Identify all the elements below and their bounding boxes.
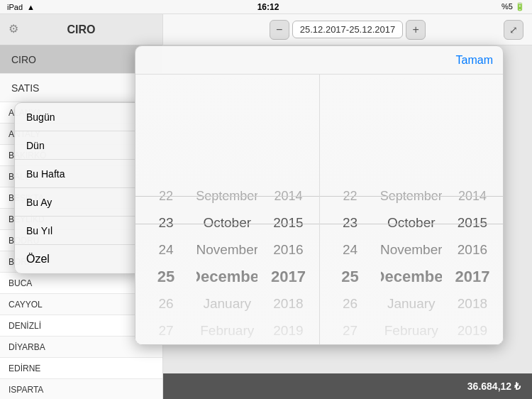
sidebar-title: CIRO <box>67 23 96 36</box>
picker-item[interactable]: 25 <box>135 263 196 290</box>
context-menu-item-bu-ay[interactable]: Bu Ay <box>15 188 141 217</box>
picker-item[interactable]: 23 <box>135 209 196 236</box>
picker-item[interactable]: 22 <box>320 182 381 209</box>
picker-item[interactable]: 2019 <box>442 317 503 344</box>
context-menu-item-bugun[interactable]: Bugün <box>15 103 141 131</box>
row-name: EDİRNE <box>9 364 40 373</box>
picker-item[interactable]: December <box>196 263 257 290</box>
content-area: − 25.12.2017-25.12.2017 + ⤢ 36.684,12 ₺ … <box>163 14 532 399</box>
wifi-icon: ▲ <box>27 3 35 11</box>
expand-icon: ⤢ <box>509 24 518 35</box>
picker-item[interactable]: February <box>381 317 442 344</box>
calendar-end: 22232425262728 SeptemberOctoberNovemberD… <box>320 75 504 344</box>
gear-icon[interactable]: ⚙ <box>9 22 24 38</box>
calendar-pickers-end: 22232425262728 SeptemberOctoberNovemberD… <box>320 75 504 344</box>
row-name: ISPARTA <box>9 385 43 395</box>
date-range-label: 25.12.2017-25.12.2017 <box>292 21 403 38</box>
picker-item[interactable]: 2015 <box>442 209 503 236</box>
picker-item[interactable]: 26 <box>135 290 196 317</box>
picker-item[interactable]: 2014 <box>257 182 318 209</box>
picker-item[interactable]: February <box>196 317 257 344</box>
month-picker-end[interactable]: SeptemberOctoberNovemberDecemberJanuaryF… <box>381 75 442 344</box>
picker-item[interactable]: 22 <box>135 182 196 209</box>
calendar-pickers-start: 22232425262728 SeptemberOctoberNovemberD… <box>135 75 319 344</box>
year-picker-start[interactable]: 2014201520162017201820192020 <box>257 75 318 344</box>
status-time: 16:12 <box>257 2 279 12</box>
picker-item[interactable]: December <box>381 263 442 290</box>
picker-item[interactable]: 2016 <box>442 236 503 263</box>
picker-item[interactable]: 27 <box>320 317 381 344</box>
row-name: CAYYOL <box>9 300 43 310</box>
dual-calendar: 22232425262728 SeptemberOctoberNovemberD… <box>135 75 503 344</box>
picker-item[interactable]: October <box>196 209 257 236</box>
date-next-button[interactable]: + <box>406 20 426 40</box>
calendar-container: Tamam 22232425262728 SeptemberOctoberNov… <box>135 45 504 345</box>
status-bar: iPad ▲ 16:12 %5 🔋 <box>0 0 532 14</box>
context-menu-item-ozel[interactable]: Özel <box>15 245 141 273</box>
picker-item[interactable]: 2018 <box>442 290 503 317</box>
context-menu-item-dun[interactable]: Dün <box>15 131 141 160</box>
ipad-label: iPad <box>7 3 23 11</box>
picker-item[interactable]: 2017 <box>442 263 503 290</box>
content-footer: 36.684,12 ₺ <box>163 373 532 399</box>
context-menu-item-bu-yil[interactable]: Bu Yıl <box>15 217 141 245</box>
status-battery: %5 🔋 <box>501 2 525 11</box>
main-layout: ⚙ CIRO CIRO SATIS ALANYA ANTALY BAKIRKÖ … <box>0 14 532 399</box>
top-bar: − 25.12.2017-25.12.2017 + ⤢ <box>163 14 532 45</box>
picker-item[interactable]: October <box>381 209 442 236</box>
year-picker-end[interactable]: 2014201520162017201820192020 <box>442 75 503 344</box>
sidebar-header: ⚙ CIRO <box>0 14 162 45</box>
picker-item[interactable]: 23 <box>320 209 381 236</box>
picker-item[interactable]: September <box>196 182 257 209</box>
date-prev-button[interactable]: − <box>270 20 289 40</box>
picker-item[interactable]: 2016 <box>257 236 318 263</box>
picker-item[interactable]: 2019 <box>257 317 318 344</box>
picker-item[interactable]: November <box>381 236 442 263</box>
picker-item[interactable]: 24 <box>135 236 196 263</box>
picker-item[interactable]: 2018 <box>257 290 318 317</box>
month-picker-start[interactable]: SeptemberOctoberNovemberDecemberJanuaryF… <box>196 75 257 344</box>
row-name: BUCA <box>9 278 32 288</box>
total-value: 36.684,12 ₺ <box>467 381 521 392</box>
picker-item[interactable]: 25 <box>320 263 381 290</box>
status-left: iPad ▲ <box>7 3 35 11</box>
context-menu-item-bu-hafta[interactable]: Bu Hafta <box>15 160 141 188</box>
calendar-start: 22232425262728 SeptemberOctoberNovemberD… <box>135 75 319 344</box>
picker-item[interactable]: November <box>196 236 257 263</box>
picker-item[interactable]: January <box>196 290 257 317</box>
date-range-container: − 25.12.2017-25.12.2017 + <box>270 20 426 40</box>
day-picker-end[interactable]: 22232425262728 <box>320 75 381 344</box>
sidebar-row: ISPARTA <box>0 379 162 399</box>
sidebar-row: EDİRNE <box>0 358 162 379</box>
picker-item[interactable]: 26 <box>320 290 381 317</box>
day-picker-start[interactable]: 22232425262728 <box>135 75 196 344</box>
context-menu: BugünDünBu HaftaBu AyBu YılÖzel <box>14 102 142 274</box>
picker-item[interactable]: September <box>381 182 442 209</box>
expand-button[interactable]: ⤢ <box>504 20 523 40</box>
picker-item[interactable]: 2017 <box>257 263 318 290</box>
picker-item[interactable]: 2015 <box>257 209 318 236</box>
picker-item[interactable]: 2014 <box>442 182 503 209</box>
row-name: DİYARBA <box>9 342 45 352</box>
row-name: DENİZLİ <box>9 321 41 331</box>
picker-item[interactable]: 24 <box>320 236 381 263</box>
picker-item[interactable]: January <box>381 290 442 317</box>
calendar-header: Tamam <box>135 46 503 75</box>
picker-item[interactable]: 27 <box>135 317 196 344</box>
tamam-button[interactable]: Tamam <box>456 54 493 67</box>
